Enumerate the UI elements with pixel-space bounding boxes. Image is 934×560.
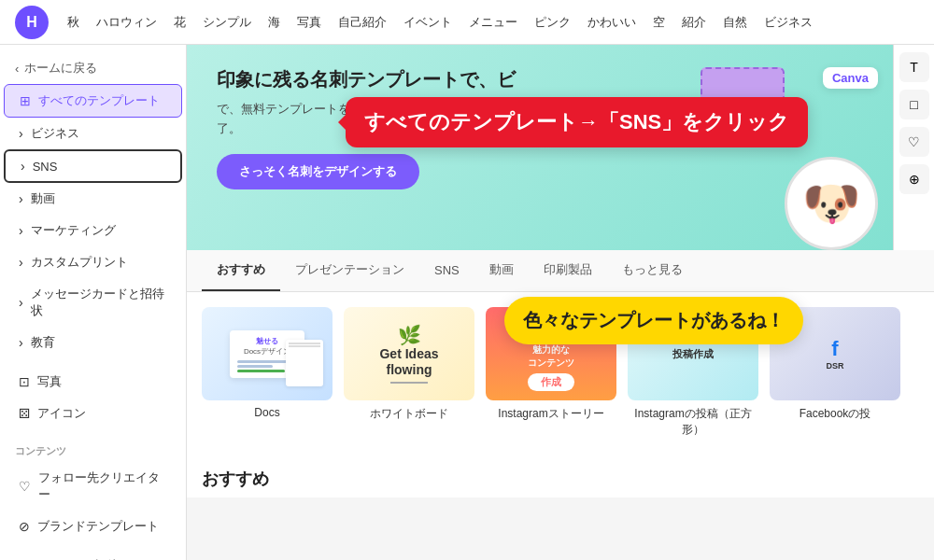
sidebar-item-icon[interactable]: ⚄ アイコン: [4, 398, 182, 429]
ig-story-line1: 魅力的な: [528, 343, 574, 357]
tab-presentation[interactable]: プレゼンテーション: [280, 250, 419, 291]
tag-list: 秋 ハロウィン 花 シンプル 海 写真 自己紹介 イベント メニュー ピンク か…: [67, 14, 813, 31]
docs-line-3: [237, 370, 285, 372]
tag-simple[interactable]: シンプル: [203, 14, 251, 31]
chevron-left-icon: ‹: [15, 62, 19, 76]
tag-flower[interactable]: 花: [174, 14, 186, 31]
tag-intro[interactable]: 紹介: [682, 14, 706, 31]
callout-bubble-red: すべてのテンプレート→「SNS」をクリック: [346, 97, 808, 147]
sidebar: ‹ ホームに戻る ⊞ すべてのテンプレート › ビジネス › SNS › 動画 …: [0, 45, 187, 560]
content-area: すべてのテンプレート→「SNS」をクリック 色々なテンプレートがあるね！ 印象に…: [187, 45, 934, 560]
facebook-logo-icon: f: [826, 337, 843, 361]
callout-bubble-yellow: 色々なテンプレートがあるね！: [504, 297, 803, 344]
chevron-right-icon-video: ›: [19, 191, 23, 206]
sidebar-item-label: ブランドテンプレート: [37, 518, 159, 535]
sidebar-item-label: マーケティング: [31, 222, 116, 239]
tag-pink[interactable]: ピンク: [534, 14, 571, 31]
sidebar-item-label: すべてのテンプレート: [38, 92, 160, 109]
ig-story-create-btn: 作成: [528, 373, 574, 391]
chevron-right-icon-print: ›: [19, 255, 23, 270]
photo-icon: ⊡: [19, 374, 30, 389]
sidebar-item-custom-print[interactable]: › カスタムプリント: [4, 246, 182, 278]
back-label: ホームに戻る: [24, 60, 97, 77]
templates-section: おすすめ プレゼンテーション SNS 動画 印刷製品 もっと見る 魅せる: [187, 250, 934, 497]
sidebar-item-label: メッセージカードと招待状: [31, 286, 167, 319]
tag-cute[interactable]: かわいい: [587, 14, 636, 31]
ig-square-card-label: Instagramの投稿（正方形）: [628, 406, 758, 438]
whiteboard-thumb: 🌿 Get Ideas flowing: [344, 307, 474, 400]
sidebar-item-label: アイコン: [37, 405, 86, 422]
sidebar-item-photo[interactable]: ⊡ 写真: [4, 366, 182, 398]
docs-line-2: [237, 365, 273, 368]
fb-text: DSR: [826, 361, 843, 371]
sidebar-item-sns[interactable]: › SNS: [4, 149, 182, 183]
hero-title: 印象に残る名刺テンプレートで、ビ: [217, 67, 904, 92]
sidebar-section-content: コンテンツ: [0, 437, 186, 462]
chevron-right-icon-sns: ›: [21, 159, 25, 174]
chevron-right-icon-message: ›: [19, 295, 23, 310]
tag-sky[interactable]: 空: [653, 14, 665, 31]
sidebar-item-message[interactable]: › メッセージカードと招待状: [4, 278, 182, 327]
docs-card-label: Docs: [202, 406, 333, 419]
canva-tool-shape[interactable]: □: [899, 90, 929, 119]
sidebar-item-label: フォロー先クリエイター: [38, 469, 167, 503]
tag-business[interactable]: ビジネス: [764, 14, 813, 31]
sidebar-item-label: 動画: [31, 190, 55, 207]
sidebar-item-business[interactable]: › ビジネス: [4, 118, 182, 149]
sidebar-item-brand[interactable]: ⊘ ブランドテンプレート: [4, 511, 182, 542]
brand-icon: ⊘: [19, 519, 30, 534]
docs-thumb-bg: 魅せる Docsデザイン: [202, 307, 333, 400]
chevron-right-icon-education: ›: [19, 335, 23, 350]
recommended-section-label: おすすめ: [187, 453, 934, 497]
tag-photo[interactable]: 写真: [297, 14, 321, 31]
tag-nature[interactable]: 自然: [723, 14, 747, 31]
tab-print[interactable]: 印刷製品: [529, 250, 607, 291]
wb-emoji: 🌿: [379, 324, 438, 346]
tab-sns[interactable]: SNS: [419, 252, 474, 290]
tag-event[interactable]: イベント: [403, 14, 452, 31]
grid-icon: ⊞: [20, 93, 31, 108]
canva-tool-heart[interactable]: ♡: [899, 127, 929, 157]
canva-logo: Canva: [823, 67, 878, 89]
wb-thumb-bg: 🌿 Get Ideas flowing: [344, 307, 474, 400]
character-circle: 🐶: [785, 157, 878, 250]
whiteboard-card-label: ホワイトボード: [344, 406, 474, 422]
sidebar-item-all-templates[interactable]: ⊞ すべてのテンプレート: [4, 84, 182, 118]
character-illustration: 🐶: [785, 157, 878, 259]
template-card-docs[interactable]: 魅せる Docsデザイン: [202, 307, 333, 438]
logo: H: [15, 6, 49, 39]
chevron-right-icon-marketing: ›: [19, 223, 23, 238]
wb-text-line1: Get Ideas: [379, 346, 438, 362]
canva-tool-text[interactable]: T: [899, 52, 929, 82]
tag-sea[interactable]: 海: [268, 14, 280, 31]
top-nav: H 秋 ハロウィン 花 シンプル 海 写真 自己紹介 イベント メニュー ピンク…: [0, 0, 934, 45]
wb-underline: [390, 382, 428, 384]
sidebar-item-label: 教育: [31, 334, 55, 351]
docs-mini-line: [289, 343, 320, 344]
fb-inner: f DSR: [826, 337, 843, 371]
tag-menu[interactable]: メニュー: [469, 14, 517, 31]
sidebar-back-button[interactable]: ‹ ホームに戻る: [0, 52, 186, 84]
ig-story-card-label: Instagramストーリー: [486, 406, 616, 422]
sidebar-item-education[interactable]: › 教育: [4, 327, 182, 358]
icon-icon: ⚄: [19, 406, 30, 421]
sidebar-item-invite[interactable]: + メンバーを招待: [4, 550, 182, 560]
ig-story-line2: コンテンツ: [528, 357, 574, 370]
main-layout: ‹ ホームに戻る ⊞ すべてのテンプレート › ビジネス › SNS › 動画 …: [0, 45, 934, 560]
sidebar-item-video[interactable]: › 動画: [4, 183, 182, 215]
wb-inner-content: 🌿 Get Ideas flowing: [379, 324, 438, 384]
tab-video[interactable]: 動画: [474, 250, 529, 291]
docs-mini-card: [286, 340, 323, 386]
canva-sidebar-tools: T □ ♡ ⊕: [893, 45, 934, 250]
tag-autumn[interactable]: 秋: [67, 14, 79, 31]
template-card-whiteboard[interactable]: 🌿 Get Ideas flowing ホワイトボード: [344, 307, 474, 438]
tab-recommended[interactable]: おすすめ: [202, 250, 280, 291]
tag-selfintro[interactable]: 自己紹介: [338, 14, 387, 31]
hero-cta-button[interactable]: さっそく名刺をデザインする: [217, 154, 419, 189]
tab-more[interactable]: もっと見る: [607, 250, 698, 291]
sidebar-item-label: ビジネス: [31, 125, 79, 142]
sidebar-item-marketing[interactable]: › マーケティング: [4, 215, 182, 246]
tag-halloween[interactable]: ハロウィン: [96, 14, 157, 31]
sidebar-item-follow[interactable]: ♡ フォロー先クリエイター: [4, 462, 182, 511]
canva-tool-add[interactable]: ⊕: [899, 164, 929, 194]
